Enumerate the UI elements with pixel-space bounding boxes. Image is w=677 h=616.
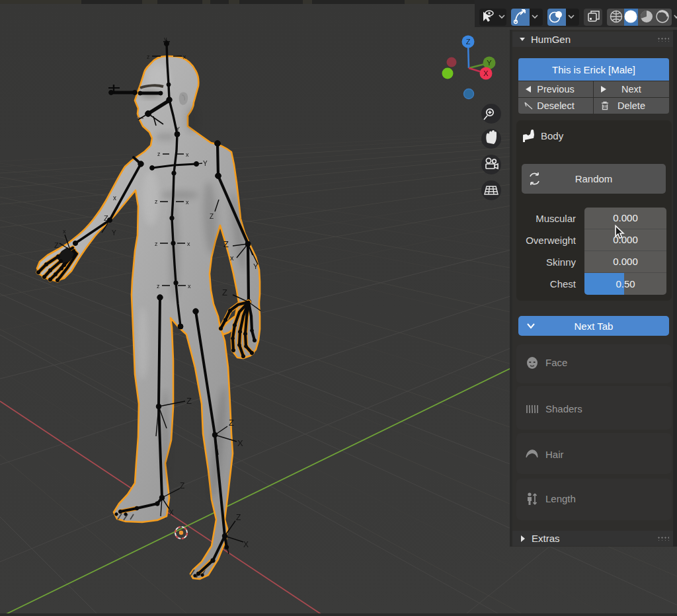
svg-text:Y: Y — [253, 262, 259, 270]
svg-text:Y: Y — [112, 229, 116, 237]
svg-text:Y: Y — [176, 126, 180, 132]
svg-text:Z: Z — [104, 214, 108, 222]
svg-text:Z: Z — [210, 213, 214, 220]
svg-text:X: X — [483, 69, 489, 77]
svg-text:Z: Z — [186, 396, 192, 406]
svg-text:z: z — [155, 198, 158, 205]
svg-text:z: z — [147, 54, 150, 60]
svg-text:y: y — [164, 36, 167, 42]
svg-text:Z: Z — [466, 38, 471, 46]
svg-text:X: X — [169, 509, 174, 516]
svg-text:Y: Y — [487, 59, 492, 67]
svg-text:z: z — [155, 241, 158, 247]
svg-text:z: z — [157, 283, 160, 289]
svg-text:x: x — [187, 241, 190, 247]
svg-text:X: X — [237, 438, 243, 448]
svg-text:x: x — [183, 54, 186, 60]
svg-text:Y: Y — [203, 160, 208, 167]
svg-text:z: z — [157, 151, 161, 157]
svg-text:Z: Z — [222, 288, 227, 297]
svg-text:x: x — [113, 194, 116, 202]
svg-text:Z: Z — [236, 513, 241, 522]
svg-text:x: x — [63, 228, 66, 235]
svg-text:x: x — [188, 283, 191, 289]
svg-text:Z: Z — [229, 418, 234, 428]
svg-text:X: X — [243, 540, 249, 549]
svg-text:x: x — [230, 254, 234, 262]
svg-text:Z: Z — [54, 241, 59, 249]
svg-text:x: x — [186, 151, 189, 158]
svg-text:x: x — [186, 199, 189, 206]
svg-text:Z: Z — [223, 239, 229, 249]
svg-text:Z: Z — [180, 481, 184, 490]
